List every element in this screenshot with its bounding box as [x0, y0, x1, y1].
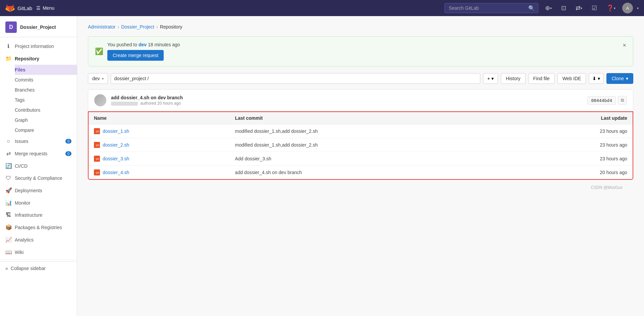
user-avatar[interactable]: A [622, 3, 633, 13]
commit-info: add dossier_4.sh on dev branch authored … [88, 89, 633, 111]
sidebar-item-cicd[interactable]: 🔄 CI/CD [0, 160, 77, 172]
table-row: sh dossier_3.sh Add dossier_3.sh 23 hour… [89, 152, 633, 166]
toolbar-right-actions: History Find file Web IDE ⬇ ▾ Clone ▾ [501, 73, 633, 84]
sidebar-item-analytics[interactable]: 📈 Analytics [0, 233, 77, 246]
merge-icon: ⇄ [576, 4, 581, 12]
hamburger-icon: ☰ [36, 5, 41, 11]
download-button[interactable]: ⬇ ▾ [589, 73, 604, 84]
sidebar-item-wiki[interactable]: 📖 Wiki [0, 246, 77, 258]
commit-author-blur [111, 102, 138, 106]
sidebar-item-packages-registries[interactable]: 📦 Packages & Registries [0, 221, 77, 233]
path-navigation: dossier_project / [111, 73, 480, 84]
web-ide-button[interactable]: Web IDE [557, 73, 586, 84]
branch-selector-button[interactable]: dev ▾ [88, 73, 108, 84]
project-header: D Dossier_Project [0, 16, 77, 37]
copy-icon: ⧉ [621, 98, 624, 103]
sidebar-item-branches[interactable]: Branches [15, 85, 77, 95]
file-link-2[interactable]: dossier_3.sh [103, 156, 129, 161]
todo-button[interactable]: ☑ [589, 3, 600, 13]
push-notification-content: ✅ You pushed to dev 18 minutes ago Creat… [95, 42, 180, 61]
file-link-1[interactable]: dossier_2.sh [103, 142, 129, 148]
last-commit-cell-2: Add dossier_3.sh [230, 152, 516, 166]
page-footer: CSDN @MssGuo [88, 180, 633, 195]
breadcrumb-sep-2: › [156, 24, 158, 30]
commit-details: add dossier_4.sh on dev branch authored … [111, 95, 183, 106]
sidebar-item-files[interactable]: Files [15, 65, 77, 75]
svg-text:sh: sh [96, 130, 99, 133]
commit-hash: 00444bd4 [587, 96, 616, 105]
search-input[interactable] [444, 3, 538, 13]
svg-text:sh: sh [96, 157, 99, 161]
security-icon: 🛡 [5, 175, 11, 181]
file-icon-1: sh [94, 142, 100, 148]
clone-button[interactable]: Clone ▾ [606, 73, 633, 84]
history-button[interactable]: History [501, 73, 526, 84]
mr-chevron-icon: ▾ [581, 6, 582, 10]
sidebar-nav: ℹ Project information 📁 Repository Files… [0, 37, 77, 278]
close-notification-button[interactable]: × [623, 42, 626, 49]
file-name-cell-2: sh dossier_3.sh [89, 152, 230, 166]
project-name: Dossier_Project [20, 24, 56, 30]
sidebar-item-issues[interactable]: ○ Issues 0 [0, 135, 77, 147]
path-add-button[interactable]: + ▾ [483, 73, 498, 84]
table-header-row: Name Last commit Last update [89, 112, 633, 124]
gitlab-logo[interactable]: GitLab [5, 3, 32, 13]
sidebar-item-tags[interactable]: Tags [15, 95, 77, 105]
breadcrumb-administrator[interactable]: Administrator [88, 24, 115, 30]
sidebar-item-security-compliance[interactable]: 🛡 Security & Compliance [0, 172, 77, 184]
sidebar-item-compare[interactable]: Compare [15, 125, 77, 135]
sidebar-item-graph[interactable]: Graph [15, 115, 77, 125]
file-name-cell-1: sh dossier_2.sh [89, 138, 230, 152]
breadcrumb-current: Repository [160, 24, 182, 30]
sidebar-item-monitor[interactable]: 📊 Monitor [0, 197, 77, 209]
sidebar-divider [0, 260, 77, 260]
find-file-button[interactable]: Find file [528, 73, 555, 84]
file-name-cell-0: sh dossier_1.sh [89, 124, 230, 138]
collapse-sidebar-button[interactable]: « Collapse sidebar [0, 261, 77, 275]
search-icon: 🔍 [528, 5, 535, 11]
sidebar-item-deployments[interactable]: 🚀 Deployments [0, 184, 77, 197]
help-button[interactable]: ❓ ▾ [604, 3, 618, 13]
file-link-3[interactable]: dossier_4.sh [103, 170, 129, 175]
issues-badge: 0 [65, 139, 71, 144]
help-icon: ❓ [606, 4, 614, 12]
last-update-cell-0: 23 hours ago [516, 124, 633, 138]
info-icon: ℹ [5, 43, 11, 49]
file-table-wrap: Name Last commit Last update sh dos [88, 111, 633, 180]
create-merge-request-button[interactable]: Create merge request [107, 50, 164, 61]
menu-button[interactable]: ☰ Menu [36, 5, 54, 11]
last-commit-cell-0: modified dossier_1.sh,add dossier_2.sh [230, 124, 516, 138]
path-add-chevron-icon: ▾ [491, 76, 494, 81]
branch-name: dev [139, 42, 147, 47]
monitor-icon: 📊 [5, 200, 11, 206]
svg-text:sh: sh [96, 171, 99, 174]
table-row: sh dossier_4.sh add dossier_4.sh on dev … [89, 166, 633, 179]
wiki-icon: 📖 [5, 249, 11, 255]
plus-icon: ⊕ [545, 4, 550, 12]
push-text: You pushed to dev 18 minutes ago [107, 42, 180, 47]
plus-chevron-icon: ▾ [550, 6, 552, 10]
commit-message: add dossier_4.sh on dev branch [111, 95, 183, 100]
sidebar: D Dossier_Project ℹ Project information … [0, 16, 77, 316]
file-table: Name Last commit Last update sh dos [89, 112, 633, 179]
copy-hash-button[interactable]: ⧉ [618, 96, 627, 105]
branch-chevron-icon: ▾ [102, 77, 104, 81]
analytics-icon: 📈 [5, 236, 11, 243]
sidebar-item-merge-requests[interactable]: ⇄ Merge requests 0 [0, 147, 77, 160]
mr-badge: 0 [65, 151, 71, 156]
breadcrumb-project[interactable]: Dossier_Project [121, 24, 154, 30]
main-content: Administrator › Dossier_Project › Reposi… [77, 16, 644, 316]
col-last-update: Last update [516, 112, 633, 124]
plus-button[interactable]: ⊕ ▾ [542, 3, 554, 13]
sidebar-item-contributors[interactable]: Contributors [15, 105, 77, 115]
sidebar-item-commits[interactable]: Commits [15, 75, 77, 85]
code-review-button[interactable]: ⊡ [558, 3, 569, 13]
download-icon: ⬇ [592, 76, 596, 81]
sidebar-item-project-information[interactable]: ℹ Project information [0, 40, 77, 52]
file-link-0[interactable]: dossier_1.sh [103, 128, 129, 134]
merge-request-button[interactable]: ⇄ ▾ [573, 3, 585, 13]
sidebar-item-infrastructure[interactable]: 🏗 Infrastructure [0, 209, 77, 221]
check-circle-icon: ✅ [95, 47, 103, 55]
sidebar-item-repository[interactable]: 📁 Repository [0, 52, 77, 65]
table-row: sh dossier_1.sh modified dossier_1.sh,ad… [89, 124, 633, 138]
